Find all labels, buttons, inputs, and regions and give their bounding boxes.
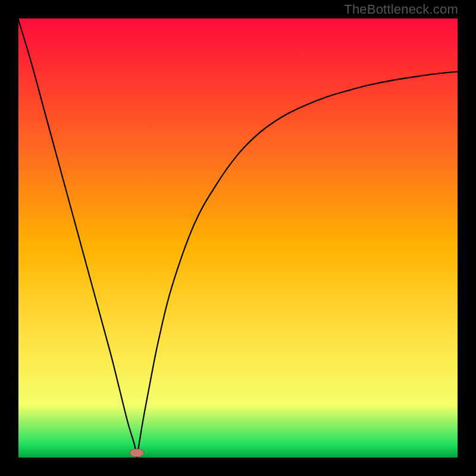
watermark-text: TheBottleneck.com [344,2,458,17]
plot-area [18,18,458,458]
chart-frame: TheBottleneck.com [0,0,476,476]
